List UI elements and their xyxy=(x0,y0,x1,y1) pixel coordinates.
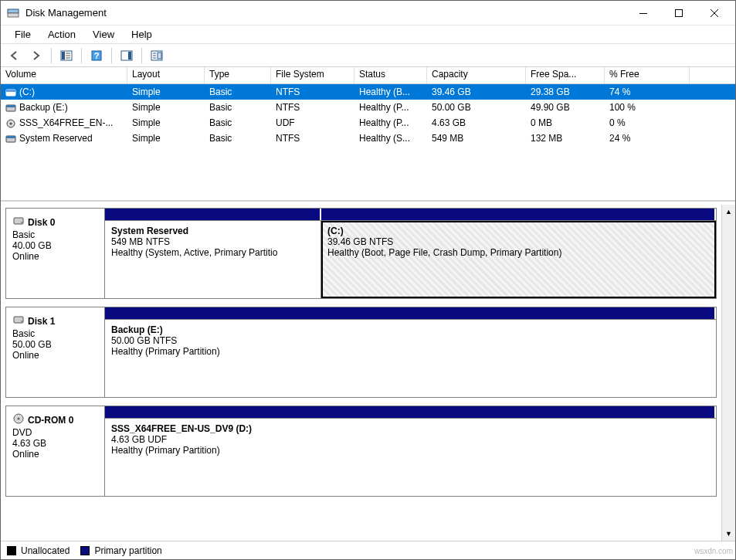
volume-layout: Simple xyxy=(127,86,205,98)
volume-row[interactable]: (C:)SimpleBasicNTFSHealthy (B...39.46 GB… xyxy=(1,84,735,100)
show-hide-console-tree-button[interactable] xyxy=(57,46,76,65)
partition-size: 549 MB NTFS xyxy=(111,236,314,247)
col-filesystem[interactable]: File System xyxy=(271,67,354,83)
volume-capacity: 50.00 GB xyxy=(427,101,526,114)
volume-name: SSS_X64FREE_EN-... xyxy=(19,117,113,128)
volume-free: 132 MB xyxy=(526,132,605,144)
scrollbar-vertical[interactable]: ▲ ▼ xyxy=(721,205,735,541)
disk-partitions: SSS_X64FREE_EN-US_DV9 (D:)4.63 GB UDFHea… xyxy=(105,406,716,496)
disk-name: CD-ROM 0 xyxy=(28,415,73,426)
volume-free: 0 MB xyxy=(526,117,605,129)
volume-pctfree: 100 % xyxy=(605,101,690,114)
col-pctfree[interactable]: % Free xyxy=(605,67,690,83)
menu-file[interactable]: File xyxy=(7,26,39,42)
volume-layout: Simple xyxy=(127,132,205,144)
disk-partitions: System Reserved549 MB NTFSHealthy (Syste… xyxy=(105,209,716,298)
volume-list: Volume Layout Type File System Status Ca… xyxy=(1,67,735,202)
swatch-unallocated xyxy=(7,546,16,555)
settings-button[interactable] xyxy=(148,46,166,65)
partition[interactable]: Backup (E:)50.00 GB NTFSHealthy (Primary… xyxy=(105,320,716,397)
show-hide-action-pane-button[interactable] xyxy=(117,46,136,65)
svg-rect-23 xyxy=(6,105,15,107)
disk-status: Online xyxy=(12,251,100,262)
svg-rect-27 xyxy=(6,136,15,138)
partition[interactable]: (C:)39.46 GB NTFSHealthy (Boot, Page Fil… xyxy=(321,221,716,298)
scroll-up-icon[interactable]: ▲ xyxy=(722,205,735,219)
svg-rect-7 xyxy=(62,52,65,59)
disk-info[interactable]: Disk 1Basic50.00 GBOnline xyxy=(6,307,105,397)
disk-status: Online xyxy=(12,350,100,361)
volume-pctfree: 74 % xyxy=(605,86,690,98)
volume-free: 29.38 GB xyxy=(526,86,605,98)
col-volume[interactable]: Volume xyxy=(1,67,127,83)
forward-button[interactable] xyxy=(27,46,46,65)
titlebar: Disk Management xyxy=(1,1,735,25)
menu-view[interactable]: View xyxy=(85,26,122,42)
col-layout[interactable]: Layout xyxy=(127,67,205,83)
disk-info[interactable]: CD-ROM 0DVD4.63 GBOnline xyxy=(6,406,105,496)
volume-fs: NTFS xyxy=(271,132,354,144)
volume-list-header: Volume Layout Type File System Status Ca… xyxy=(1,67,735,84)
app-icon xyxy=(7,7,19,19)
legend-primary-label: Primary partition xyxy=(94,545,161,556)
volume-row[interactable]: System ReservedSimpleBasicNTFSHealthy (S… xyxy=(1,131,735,146)
toolbar: ? xyxy=(1,44,735,67)
col-type[interactable]: Type xyxy=(205,67,271,83)
svg-rect-3 xyxy=(676,9,683,16)
close-button[interactable] xyxy=(697,2,732,25)
disc-icon xyxy=(12,412,25,427)
disk-info[interactable]: Disk 0Basic40.00 GBOnline xyxy=(6,209,105,298)
legend-unallocated-label: Unallocated xyxy=(21,545,70,556)
volume-name: Backup (E:) xyxy=(19,102,68,113)
content-area: Volume Layout Type File System Status Ca… xyxy=(1,67,735,559)
disk-bar-segment xyxy=(105,307,716,319)
disk-entry: Disk 0Basic40.00 GBOnlineSystem Reserved… xyxy=(5,208,717,299)
menu-help[interactable]: Help xyxy=(124,26,160,42)
menu-action[interactable]: Action xyxy=(40,26,83,42)
help-button[interactable]: ? xyxy=(87,46,106,65)
minimize-button[interactable] xyxy=(626,2,661,25)
disk-partitions: Backup (E:)50.00 GB NTFSHealthy (Primary… xyxy=(105,307,716,397)
volume-status: Healthy (S... xyxy=(354,132,427,144)
partition-size: 4.63 GB UDF xyxy=(111,434,710,445)
volume-type: Basic xyxy=(205,132,271,144)
partition[interactable]: SSS_X64FREE_EN-US_DV9 (D:)4.63 GB UDFHea… xyxy=(105,419,716,496)
volume-fs: NTFS xyxy=(271,101,354,114)
back-button[interactable] xyxy=(5,46,24,65)
volume-status: Healthy (P... xyxy=(354,101,427,114)
disk-bar-segment xyxy=(105,406,716,418)
svg-point-29 xyxy=(21,222,22,223)
disk-bar xyxy=(105,209,716,221)
window-title: Disk Management xyxy=(25,7,107,19)
scroll-down-icon[interactable]: ▼ xyxy=(722,527,735,541)
volume-row[interactable]: SSS_X64FREE_EN-...SimpleBasicUDFHealthy … xyxy=(1,115,735,131)
volume-row[interactable]: Backup (E:)SimpleBasicNTFSHealthy (P...5… xyxy=(1,100,735,115)
disc-icon xyxy=(5,119,16,127)
maximize-button[interactable] xyxy=(661,2,697,25)
disk-entry: Disk 1Basic50.00 GBOnlineBackup (E:)50.0… xyxy=(5,307,717,398)
legend-primary: Primary partition xyxy=(80,545,161,556)
svg-point-33 xyxy=(18,418,20,420)
partition[interactable]: System Reserved549 MB NTFSHealthy (Syste… xyxy=(105,221,321,298)
svg-rect-19 xyxy=(158,53,161,59)
disk-management-window: Disk Management File Action View Help xyxy=(0,0,736,560)
disk-type: DVD xyxy=(12,427,100,438)
volume-free: 49.90 GB xyxy=(526,101,605,114)
disk-bar-segment xyxy=(105,209,321,220)
col-freespace[interactable]: Free Spa... xyxy=(526,67,605,83)
legend-unallocated: Unallocated xyxy=(7,545,70,556)
volume-capacity: 4.63 GB xyxy=(427,117,526,129)
partition-size: 39.46 GB NTFS xyxy=(327,236,710,247)
col-status[interactable]: Status xyxy=(354,67,427,83)
menubar: File Action View Help xyxy=(1,25,735,44)
volume-status: Healthy (B... xyxy=(354,86,427,98)
toolbar-separator xyxy=(51,48,52,63)
disk-bar xyxy=(105,307,716,320)
col-capacity[interactable]: Capacity xyxy=(427,67,526,83)
svg-point-25 xyxy=(10,123,12,125)
disk-size: 4.63 GB xyxy=(12,438,100,449)
svg-rect-14 xyxy=(128,52,131,59)
volume-type: Basic xyxy=(205,101,271,114)
svg-text:?: ? xyxy=(94,51,100,60)
partition-status: Healthy (System, Active, Primary Partiti… xyxy=(111,247,314,258)
